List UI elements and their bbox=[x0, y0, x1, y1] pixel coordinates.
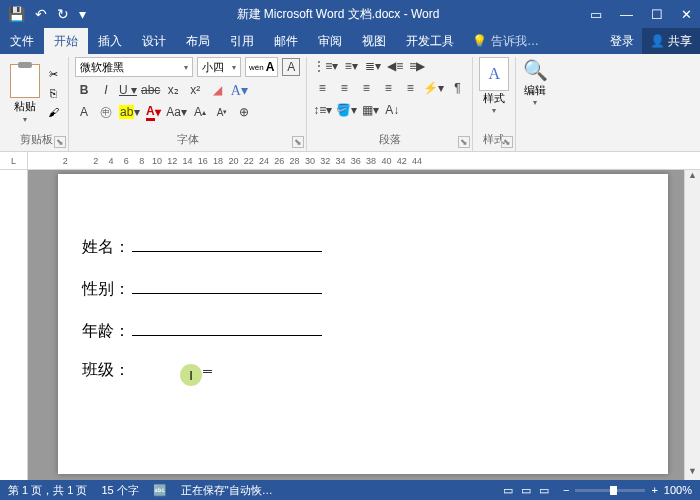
highlight-button[interactable]: ab▾ bbox=[119, 103, 140, 121]
form-field-2[interactable]: 年龄： bbox=[82, 318, 644, 342]
borders-button[interactable]: ▦▾ bbox=[361, 101, 379, 119]
scroll-up-icon[interactable]: ▲ bbox=[688, 170, 697, 184]
copy-button[interactable]: ⎘ bbox=[44, 86, 62, 102]
phonetic-guide-button[interactable]: wénA bbox=[245, 57, 278, 77]
maximize-button[interactable]: ☐ bbox=[651, 7, 663, 22]
form-field-3[interactable]: 班级： bbox=[82, 360, 644, 381]
increase-indent-button[interactable]: ≡▶ bbox=[408, 57, 426, 75]
underline-field[interactable] bbox=[132, 318, 322, 336]
sort-button[interactable]: A↓ bbox=[383, 101, 401, 119]
field-label: 性别： bbox=[82, 279, 130, 300]
ribbon-options-icon[interactable]: ▭ bbox=[590, 7, 602, 22]
styles-dialog-launcher[interactable]: ⬊ bbox=[501, 136, 513, 148]
scroll-down-icon[interactable]: ▼ bbox=[688, 466, 697, 480]
document-page[interactable]: 姓名：性别：年龄：班级：I bbox=[58, 174, 668, 474]
view-web-icon[interactable]: ▭ bbox=[539, 484, 549, 497]
form-field-0[interactable]: 姓名： bbox=[82, 234, 644, 258]
text-effects-button[interactable]: A▾ bbox=[230, 81, 248, 99]
zoom-in-button[interactable]: + bbox=[651, 484, 657, 496]
zoom-percent[interactable]: 100% bbox=[664, 484, 692, 496]
paragraph-dialog-launcher[interactable]: ⬊ bbox=[458, 136, 470, 148]
justify-button[interactable]: ≡ bbox=[379, 79, 397, 97]
horizontal-ruler[interactable]: 2246810121416182022242628303234363840424… bbox=[28, 156, 700, 166]
clear-format-button[interactable]: ◢ bbox=[208, 81, 226, 99]
tab-file[interactable]: 文件 bbox=[0, 28, 44, 54]
underline-button[interactable]: U ▾ bbox=[119, 81, 137, 99]
editing-button[interactable]: 🔍 编辑 ▾ bbox=[522, 57, 548, 107]
align-left-button[interactable]: ≡ bbox=[313, 79, 331, 97]
qat-save-icon[interactable]: 💾 bbox=[8, 6, 25, 22]
status-word-count[interactable]: 15 个字 bbox=[101, 483, 138, 498]
zoom-slider[interactable] bbox=[575, 489, 645, 492]
view-print-icon[interactable]: ▭ bbox=[521, 484, 531, 497]
font-size-combo[interactable]: 小四▾ bbox=[197, 57, 241, 77]
share-button[interactable]: 👤共享 bbox=[642, 28, 700, 54]
tab-developer[interactable]: 开发工具 bbox=[396, 28, 464, 54]
tell-me[interactable]: 💡告诉我… bbox=[464, 33, 602, 50]
login-button[interactable]: 登录 bbox=[602, 33, 642, 50]
window-title: 新建 Microsoft Word 文档.docx - Word bbox=[86, 6, 590, 23]
tab-layout[interactable]: 布局 bbox=[176, 28, 220, 54]
distribute-button[interactable]: ≡ bbox=[401, 79, 419, 97]
shrink-font-button[interactable]: A▾ bbox=[213, 103, 231, 121]
clipboard-dialog-launcher[interactable]: ⬊ bbox=[54, 136, 66, 148]
underline-field[interactable] bbox=[132, 234, 322, 252]
shading-button[interactable]: 🪣▾ bbox=[336, 101, 357, 119]
share-icon: 👤 bbox=[650, 34, 665, 48]
form-field-1[interactable]: 性别： bbox=[82, 276, 644, 300]
tab-references[interactable]: 引用 bbox=[220, 28, 264, 54]
qat-redo-icon[interactable]: ↻ bbox=[57, 6, 69, 22]
tab-selector[interactable]: L bbox=[0, 152, 28, 170]
show-marks-button[interactable]: ¶ bbox=[448, 79, 466, 97]
superscript-button[interactable]: x² bbox=[186, 81, 204, 99]
align-right-button[interactable]: ≡ bbox=[357, 79, 375, 97]
char-shading-button[interactable]: A bbox=[75, 103, 93, 121]
zoom-out-button[interactable]: − bbox=[563, 484, 569, 496]
numbering-button[interactable]: ≡▾ bbox=[342, 57, 360, 75]
vertical-scrollbar[interactable]: ▲ ▼ bbox=[684, 170, 700, 480]
char-border-button[interactable]: A bbox=[282, 58, 300, 76]
circle-enclose-button[interactable]: ⊕ bbox=[235, 103, 253, 121]
tab-insert[interactable]: 插入 bbox=[88, 28, 132, 54]
group-label-font: 字体 bbox=[75, 130, 300, 149]
grow-font-button[interactable]: A▴ bbox=[191, 103, 209, 121]
decrease-indent-button[interactable]: ◀≡ bbox=[386, 57, 404, 75]
close-button[interactable]: ✕ bbox=[681, 7, 692, 22]
cut-button[interactable]: ✂ bbox=[44, 67, 62, 83]
status-language[interactable]: 🔤 bbox=[153, 484, 167, 497]
tab-view[interactable]: 视图 bbox=[352, 28, 396, 54]
find-icon: 🔍 bbox=[522, 57, 548, 83]
underline-field[interactable] bbox=[132, 276, 322, 294]
line-spacing-button[interactable]: ↕≡▾ bbox=[313, 101, 332, 119]
qat-more-icon[interactable]: ▾ bbox=[79, 6, 86, 22]
change-case-button[interactable]: Aa▾ bbox=[166, 103, 187, 121]
tab-design[interactable]: 设计 bbox=[132, 28, 176, 54]
minimize-button[interactable]: — bbox=[620, 7, 633, 22]
format-painter-button[interactable]: 🖌 bbox=[44, 105, 62, 121]
status-page[interactable]: 第 1 页，共 1 页 bbox=[8, 483, 87, 498]
font-name-combo[interactable]: 微软雅黑▾ bbox=[75, 57, 193, 77]
asian-layout-button[interactable]: ⚡▾ bbox=[423, 79, 444, 97]
italic-button[interactable]: I bbox=[97, 81, 115, 99]
qat-undo-icon[interactable]: ↶ bbox=[35, 6, 47, 22]
vertical-ruler[interactable] bbox=[0, 170, 28, 480]
align-center-button[interactable]: ≡ bbox=[335, 79, 353, 97]
enclose-char-button[interactable]: ㊥ bbox=[97, 103, 115, 121]
subscript-button[interactable]: x₂ bbox=[164, 81, 182, 99]
bullets-button[interactable]: ⋮≡▾ bbox=[313, 57, 338, 75]
font-color-button[interactable]: A▾ bbox=[144, 103, 162, 121]
bulb-icon: 💡 bbox=[472, 34, 487, 48]
status-saving: 正在保存"自动恢… bbox=[181, 483, 273, 498]
strikethrough-button[interactable]: abc bbox=[141, 81, 160, 99]
paste-button[interactable]: 粘贴 ▾ bbox=[10, 64, 40, 124]
field-label: 姓名： bbox=[82, 237, 130, 258]
tab-review[interactable]: 审阅 bbox=[308, 28, 352, 54]
font-dialog-launcher[interactable]: ⬊ bbox=[292, 136, 304, 148]
multilevel-button[interactable]: ≣▾ bbox=[364, 57, 382, 75]
tab-home[interactable]: 开始 bbox=[44, 28, 88, 54]
text-cursor-icon: I bbox=[180, 364, 202, 386]
styles-button[interactable]: A 样式 ▾ bbox=[479, 57, 509, 115]
bold-button[interactable]: B bbox=[75, 81, 93, 99]
view-read-icon[interactable]: ▭ bbox=[503, 484, 513, 497]
tab-mailings[interactable]: 邮件 bbox=[264, 28, 308, 54]
